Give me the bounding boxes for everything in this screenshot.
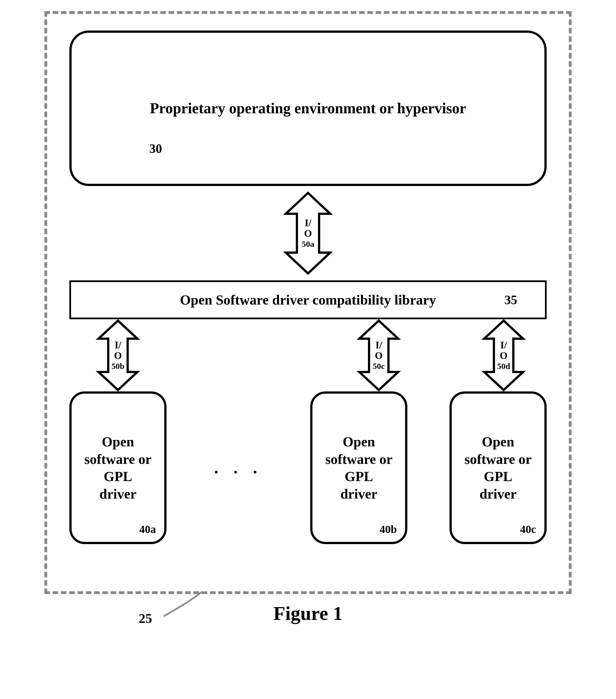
library-ref: 35 <box>505 293 517 307</box>
outer-ref-label: 25 <box>139 611 152 626</box>
io-arrow-50b: I/ O 50b <box>96 319 140 392</box>
pointer-line-icon <box>161 591 216 624</box>
library-title: Open Software driver compatibility libra… <box>180 292 436 308</box>
io-arrow-50d: I/ O 50d <box>481 319 526 392</box>
io-arrow-50c: I/ O 50c <box>357 319 401 392</box>
driver-ref-40c: 40c <box>520 523 536 536</box>
system-container: Proprietary operating environment or hyp… <box>44 11 572 594</box>
driver-ref-40b: 40b <box>379 523 397 536</box>
io-label-50d: I/ O 50d <box>497 340 510 370</box>
driver-ref-40a: 40a <box>139 523 156 536</box>
driver-box-40a: Open software or GPL driver 40a <box>69 392 166 544</box>
library-box: Open Software driver compatibility libra… <box>69 280 547 319</box>
driver-box-40c: Open software or GPL driver 40c <box>450 392 547 544</box>
io-label-50a: I/ O 50a <box>302 218 314 248</box>
io-label-50c: I/ O 50c <box>373 340 385 370</box>
io-label-50b: I/ O 50b <box>111 340 124 370</box>
figure-caption: Figure 1 <box>11 603 605 624</box>
hypervisor-ref: 30 <box>149 141 162 156</box>
driver-box-40b: Open software or GPL driver 40b <box>310 392 407 544</box>
io-arrow-50a: I/ O 50a <box>280 192 336 275</box>
drivers-row: Open software or GPL driver 40a . . . Op… <box>69 392 547 544</box>
hypervisor-title: Proprietary operating environment or hyp… <box>150 100 466 117</box>
hypervisor-box: Proprietary operating environment or hyp… <box>69 30 547 186</box>
ellipsis: . . . <box>214 458 263 477</box>
